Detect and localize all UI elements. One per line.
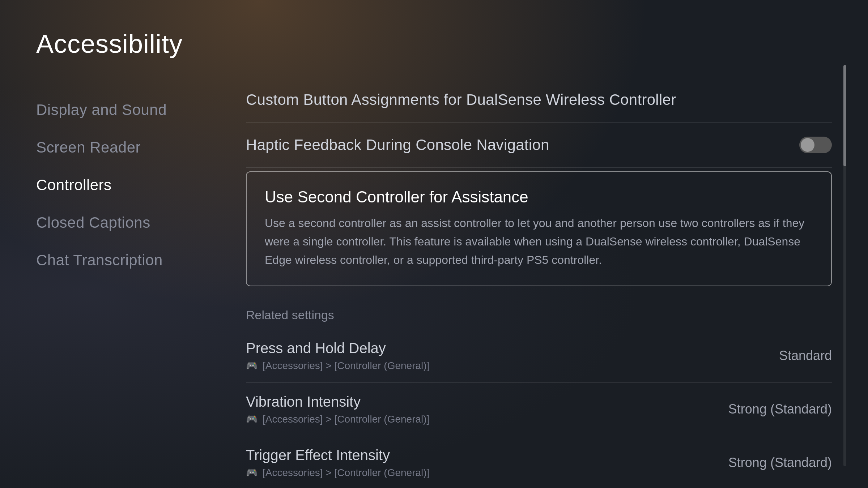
- scrollbar-thumb[interactable]: [843, 65, 846, 166]
- related-settings-list: Press and Hold Delay 🎮 [Accessories] > […: [246, 329, 832, 488]
- main-content: Custom Button Assignments for DualSense …: [224, 87, 832, 488]
- sidebar-item-controllers[interactable]: Controllers: [36, 166, 224, 204]
- second-controller-card[interactable]: Use Second Controller for Assistance Use…: [246, 171, 832, 286]
- settings-list: Custom Button Assignments for DualSense …: [246, 87, 832, 290]
- scrollbar-track[interactable]: [843, 65, 846, 466]
- setting-haptic-feedback[interactable]: Haptic Feedback During Console Navigatio…: [246, 123, 832, 168]
- controller-icon-1: 🎮: [246, 414, 258, 425]
- related-setting-press-hold-delay[interactable]: Press and Hold Delay 🎮 [Accessories] > […: [246, 329, 832, 383]
- sidebar-item-chat-transcription[interactable]: Chat Transcription: [36, 241, 224, 279]
- controller-icon-2: 🎮: [246, 467, 258, 478]
- sidebar: Display and Sound Screen Reader Controll…: [36, 87, 224, 488]
- related-setting-vibration-intensity[interactable]: Vibration Intensity 🎮 [Accessories] > [C…: [246, 383, 832, 436]
- related-setting-trigger-effect-intensity[interactable]: Trigger Effect Intensity 🎮 [Accessories]…: [246, 436, 832, 488]
- sidebar-item-closed-captions[interactable]: Closed Captions: [36, 204, 224, 241]
- related-settings-label: Related settings: [246, 290, 832, 329]
- page-title: Accessibility: [36, 29, 832, 59]
- sidebar-item-display-sound[interactable]: Display and Sound: [36, 91, 224, 129]
- haptic-feedback-toggle[interactable]: [799, 137, 832, 153]
- setting-custom-button-assignments[interactable]: Custom Button Assignments for DualSense …: [246, 87, 832, 123]
- page-container: Accessibility Display and Sound Screen R…: [0, 0, 868, 488]
- sidebar-item-screen-reader[interactable]: Screen Reader: [36, 129, 224, 166]
- controller-icon-0: 🎮: [246, 360, 258, 371]
- content-area: Display and Sound Screen Reader Controll…: [36, 87, 832, 488]
